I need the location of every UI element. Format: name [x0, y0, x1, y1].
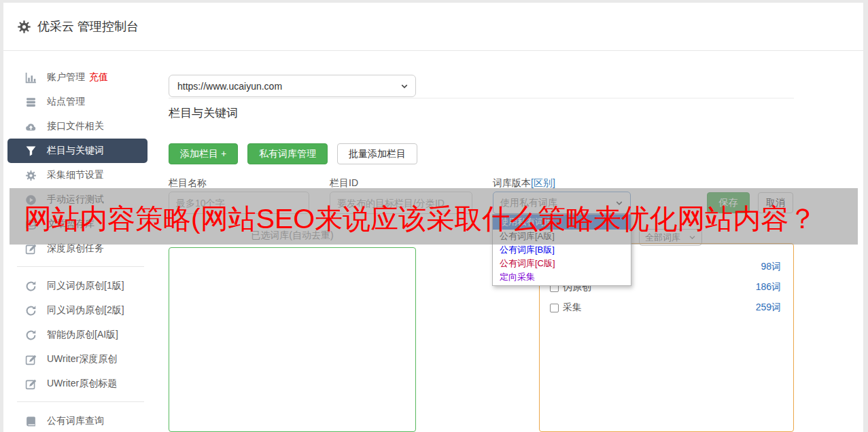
add-column-button[interactable]: 添加栏目 + [169, 143, 238, 164]
pencil-icon [25, 378, 37, 390]
thesaurus-row: 采集 259词 [550, 300, 781, 316]
cloud-upload-icon [25, 121, 37, 132]
sidebar-item-label: 同义词伪原创[2版] [47, 304, 124, 317]
site-url-value: https://www.ucaiyun.com [177, 81, 282, 92]
sidebar-item-uwriter-deep[interactable]: UWriter深度原创 [7, 347, 147, 372]
sidebar-item-label: UWriter原创标题 [47, 378, 117, 390]
sidebar-item-label: 栏目与关键词 [47, 145, 104, 157]
sidebar-item-synonym-v1[interactable]: 同义词伪原创[1版] [7, 274, 147, 298]
app-header: 优采云 管理控制台 [3, 3, 863, 51]
dropdown-option[interactable]: 定向采集 [493, 270, 631, 284]
overlay-text: 网站内容策略(网站SEO来说应该采取什么策略来优化网站内容？ [10, 195, 816, 238]
toolbar: 添加栏目 + 私有词库管理 批量添加栏目 [169, 143, 417, 164]
sidebar-item-sites[interactable]: 站点管理 [7, 90, 147, 114]
page-title: 栏目与关键词 [169, 105, 238, 121]
funnel-icon [25, 145, 37, 157]
refresh-icon [25, 305, 37, 317]
sidebar-item-account[interactable]: 账户管理 充值 [7, 65, 147, 90]
word-count: 98词 [761, 261, 781, 273]
sidebar-item-collect-settings[interactable]: 采集细节设置 [7, 163, 147, 187]
app-window: 优采云 管理控制台 账户管理 充值 站点管理 接口文件相关 栏目与关键词 采集细… [3, 3, 863, 432]
server-icon [25, 96, 37, 108]
row-label: 采集 [563, 302, 582, 314]
sidebar-item-interface-files[interactable]: 接口文件相关 [7, 114, 147, 139]
gear-icon [25, 170, 37, 181]
dropdown-option[interactable]: 公有词库[B版] [493, 243, 631, 257]
app-title: 优采云 管理控制台 [37, 18, 139, 35]
refresh-icon [25, 329, 37, 341]
sidebar-item-label: UWriter深度原创 [47, 353, 117, 365]
site-url-select[interactable]: https://www.ucaiyun.com [169, 75, 416, 97]
book-icon [25, 416, 37, 427]
overlay-banner: 网站内容策略(网站SEO来说应该采取什么策略来优化网站内容？ [10, 188, 858, 245]
pencil-icon [25, 243, 37, 255]
bar-chart-icon [25, 72, 37, 84]
sidebar-item-label: 智能伪原创[AI版] [47, 329, 118, 341]
sidebar-item-label: 同义词伪原创[1版] [47, 280, 124, 292]
selected-thesaurus-box[interactable] [169, 247, 416, 432]
refresh-icon [25, 281, 37, 292]
sidebar-item-label: 账户管理 [47, 71, 85, 84]
sidebar-item-ai-rewrite[interactable]: 智能伪原创[AI版] [7, 323, 147, 347]
gear-icon [17, 20, 31, 34]
sidebar-item-public-thesaurus-query[interactable]: 公有词库查询 [7, 409, 147, 432]
section-divider [169, 98, 794, 98]
sidebar-item-label: 采集细节设置 [47, 169, 104, 181]
pencil-icon [25, 354, 37, 365]
version-difference-link[interactable]: [区别] [531, 177, 555, 188]
sidebar-item-columns-keywords[interactable]: 栏目与关键词 [7, 139, 147, 163]
sidebar-item-label: 接口文件相关 [47, 120, 104, 132]
word-count: 186词 [756, 281, 781, 293]
sidebar-item-label: 公有词库查询 [47, 415, 104, 427]
sidebar-divider [17, 401, 144, 402]
dropdown-option[interactable]: 公有词库[C版] [493, 257, 631, 270]
sidebar-item-uwriter-title[interactable]: UWriter原创标题 [7, 372, 147, 396]
private-thesaurus-button[interactable]: 私有词库管理 [247, 143, 328, 164]
sidebar-divider [17, 266, 144, 267]
sidebar-item-synonym-v2[interactable]: 同义词伪原创[2版] [7, 298, 147, 323]
recharge-badge[interactable]: 充值 [89, 71, 108, 84]
sidebar-item-label: 站点管理 [47, 96, 85, 108]
word-count: 259词 [756, 302, 781, 314]
batch-add-column-button[interactable]: 批量添加栏目 [337, 143, 417, 164]
chevron-down-icon [400, 82, 409, 90]
collect-checkbox[interactable] [550, 304, 559, 312]
